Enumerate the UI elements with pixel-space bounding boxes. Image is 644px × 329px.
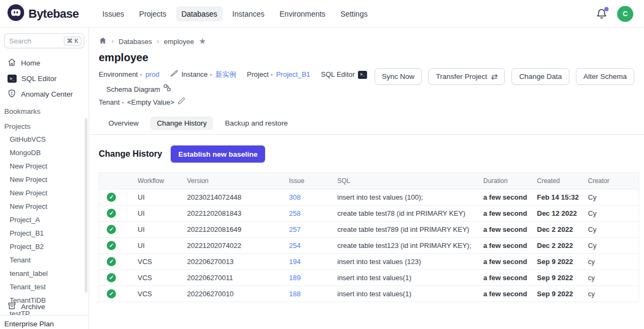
bytebase-logo[interactable]: Bytebase: [8, 4, 79, 23]
cell-creator: cy: [579, 286, 639, 302]
table-row[interactable]: ✓ UI 20230214072448 308 insert into test…: [99, 189, 639, 206]
tab-overview[interactable]: Overview: [102, 116, 145, 130]
bookmark-star-icon[interactable]: ★: [199, 36, 206, 46]
sidebar-item-anomaly-center-label: Anomaly Center: [21, 90, 73, 98]
search-input[interactable]: [9, 37, 52, 45]
sync-now-button[interactable]: Sync Now: [375, 68, 422, 85]
environment-link[interactable]: prod: [145, 68, 159, 81]
tab-change-history[interactable]: Change History: [150, 116, 213, 130]
sidebar-scrollbar[interactable]: [85, 118, 87, 293]
cell-version: 202206270010: [178, 286, 280, 302]
plan-label[interactable]: Enterprise Plan: [0, 315, 89, 329]
sql-editor-link-label[interactable]: SQL Editor: [321, 68, 355, 81]
schema-diagram-link-label[interactable]: Schema Diagram: [106, 83, 160, 96]
table-row[interactable]: ✓ UI 20221202081843 258 create table tes…: [99, 206, 639, 222]
topbar-right: C: [596, 6, 633, 22]
alter-schema-button[interactable]: Alter Schema: [576, 68, 634, 85]
cell-creator: Cy: [579, 238, 639, 254]
tab-backup-and-restore[interactable]: Backup and restore: [218, 116, 294, 130]
nav-instances[interactable]: Instances: [227, 6, 270, 21]
status-done-icon: ✓: [107, 273, 116, 282]
cell-created: Dec 2 2022: [528, 222, 579, 238]
issue-link[interactable]: 189: [289, 274, 301, 282]
breadcrumb-current[interactable]: employee: [164, 38, 194, 46]
edit-pencil-icon[interactable]: [178, 96, 185, 109]
issue-link[interactable]: 194: [289, 258, 301, 266]
table-row[interactable]: ✓ UI 20221202081649 257 create table tes…: [99, 222, 639, 238]
project-link[interactable]: Project_B1: [276, 68, 310, 81]
cell-sql: insert into test values(1): [328, 270, 474, 286]
status-done-icon: ✓: [107, 225, 116, 234]
sidebar-item-home[interactable]: Home: [0, 55, 89, 71]
avatar[interactable]: C: [617, 6, 633, 22]
notification-bell-icon[interactable]: [596, 8, 608, 20]
status-done-icon: ✓: [107, 241, 116, 250]
change-history-table: Workflow Version Issue SQL Duration Crea…: [99, 172, 639, 302]
project-item[interactable]: New Project: [0, 173, 89, 186]
archive-icon: [8, 302, 16, 312]
sidebar-section-projects[interactable]: Projects: [0, 118, 89, 133]
issue-link[interactable]: 188: [289, 290, 301, 298]
environment-label: Environment -: [99, 68, 142, 81]
breadcrumb-databases[interactable]: Databases: [119, 38, 152, 46]
terminal-icon[interactable]: >_: [358, 71, 367, 79]
sidebar-item-archive[interactable]: Archive: [0, 298, 89, 315]
nav-databases[interactable]: Databases: [176, 6, 223, 21]
sidebar-section-bookmarks[interactable]: Bookmarks: [0, 103, 89, 118]
project-item[interactable]: Tenant_test: [0, 280, 89, 294]
column-created: Created: [528, 173, 579, 189]
nav-environments[interactable]: Environments: [274, 6, 331, 21]
project-item[interactable]: New Project: [0, 186, 89, 200]
table-row[interactable]: ✓ VCS 202206270010 188 insert into test …: [99, 286, 639, 302]
table-row[interactable]: ✓ VCS 202206270011 189 insert into test …: [99, 270, 639, 286]
issue-link[interactable]: 254: [289, 242, 301, 250]
establish-baseline-button[interactable]: Establish new baseline: [171, 145, 265, 163]
column-issue: Issue: [280, 173, 328, 189]
table-row[interactable]: ✓ UI 20221202074022 254 create table tes…: [99, 238, 639, 254]
project-item[interactable]: GitHubVCS: [0, 133, 89, 146]
transfer-project-button[interactable]: Transfer Project ⇄: [428, 68, 505, 85]
column-workflow: Workflow: [128, 173, 178, 189]
project-item[interactable]: Project_B1: [0, 226, 89, 240]
issue-link[interactable]: 258: [289, 209, 301, 217]
project-item[interactable]: Project_A: [0, 213, 89, 226]
brand-name: Bytebase: [28, 7, 79, 21]
shield-icon: [8, 89, 16, 99]
sidebar: ⌘ K Home >_ SQL Editor Anomaly Center Bo…: [0, 28, 89, 329]
project-item[interactable]: Project_B2: [0, 240, 89, 253]
issue-link[interactable]: 308: [289, 193, 301, 201]
table-header-row: Workflow Version Issue SQL Duration Crea…: [99, 173, 639, 189]
change-data-button[interactable]: Change Data: [511, 68, 569, 85]
sidebar-item-anomaly-center[interactable]: Anomaly Center: [0, 86, 89, 103]
terminal-icon: >_: [8, 75, 17, 83]
cell-sql: create table test123 (id int PRIMARY KEY…: [328, 238, 474, 254]
instance-link[interactable]: 新实例: [215, 68, 236, 81]
project-item[interactable]: tenant_label: [0, 267, 89, 280]
sidebar-item-sql-editor-label: SQL Editor: [21, 75, 57, 83]
cell-duration: a few seconds: [474, 270, 528, 286]
search-shortcut-badge: ⌘ K: [64, 36, 82, 46]
project-item[interactable]: New Project: [0, 200, 89, 213]
breadcrumb-home-icon[interactable]: [99, 36, 107, 46]
project-item[interactable]: New Project: [0, 159, 89, 173]
cell-workflow: VCS: [128, 286, 178, 302]
project-item[interactable]: MongoDB: [0, 146, 89, 159]
cell-sql: insert into test values (123): [328, 254, 474, 270]
sidebar-item-sql-editor[interactable]: >_ SQL Editor: [0, 71, 89, 86]
cell-sql: insert into test values(1): [328, 286, 474, 302]
nav-issues[interactable]: Issues: [97, 6, 129, 21]
search-box[interactable]: ⌘ K: [4, 33, 84, 48]
nav-settings[interactable]: Settings: [335, 6, 373, 21]
project-item[interactable]: Tenant: [0, 253, 89, 267]
home-icon: [8, 58, 16, 68]
column-version: Version: [178, 173, 280, 189]
schema-diagram-icon[interactable]: [163, 83, 171, 96]
nav-projects[interactable]: Projects: [134, 6, 172, 21]
cell-creator: Cy: [579, 222, 639, 238]
cell-workflow: UI: [128, 222, 178, 238]
table-row[interactable]: ✓ VCS 202206270013 194 insert into test …: [99, 254, 639, 270]
sidebar-item-home-label: Home: [21, 59, 40, 67]
issue-link[interactable]: 257: [289, 225, 301, 233]
bytebase-logo-icon: [8, 4, 24, 23]
cell-version: 20221202081843: [178, 206, 280, 222]
